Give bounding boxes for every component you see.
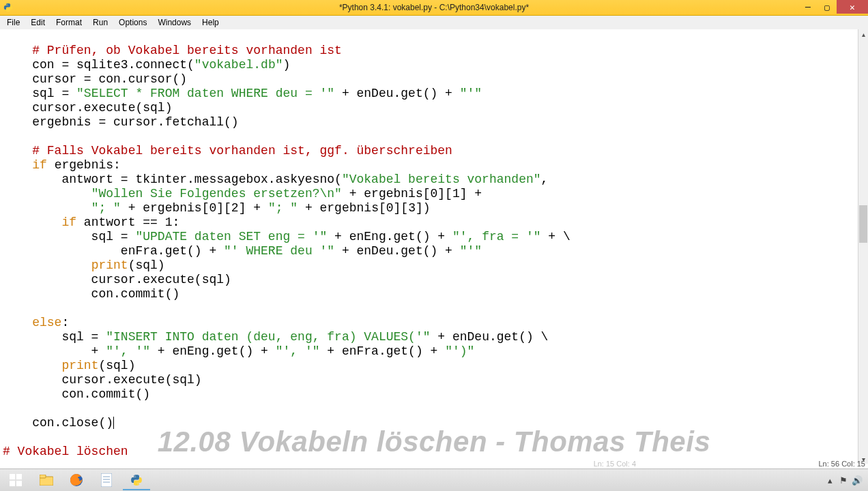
svg-rect-2 — [10, 481, 15, 486]
code-line[interactable]: cursor.execute(sql) — [3, 273, 856, 287]
menu-file[interactable]: File — [1, 16, 25, 29]
taskbar-explorer[interactable] — [31, 470, 61, 490]
start-button[interactable] — [0, 470, 31, 490]
scroll-thumb[interactable] — [859, 205, 867, 243]
code-line[interactable]: # Vokabel löschen — [3, 445, 856, 459]
code-line[interactable]: con = sqlite3.connect("vokabel.db") — [3, 58, 856, 72]
svg-rect-7 — [101, 473, 112, 487]
svg-rect-3 — [16, 481, 22, 486]
tray-flag-icon[interactable]: ⚑ — [837, 470, 850, 490]
code-line[interactable]: ergebnis = cursor.fetchall() — [3, 115, 856, 130]
svg-rect-5 — [40, 475, 46, 478]
menu-help[interactable]: Help — [197, 16, 225, 29]
svg-rect-0 — [10, 474, 15, 479]
code-line[interactable]: "; " + ergebnis[0][2] + "; " + ergebnis[… — [3, 201, 856, 215]
status-line-col-faint: Ln: 15 Col: 4 — [594, 460, 636, 468]
code-line[interactable]: cursor.execute(sql) — [3, 101, 856, 115]
code-line[interactable]: if antwort == 1: — [3, 215, 856, 230]
taskbar: ▴ ⚑ 🔊 — [0, 468, 868, 491]
code-line[interactable]: sql = "INSERT INTO daten (deu, eng, fra)… — [3, 330, 856, 344]
code-line[interactable] — [3, 430, 856, 445]
code-line[interactable] — [3, 29, 856, 44]
close-button[interactable]: ✕ — [837, 0, 868, 14]
code-line[interactable]: antwort = tkinter.messagebox.askyesno("V… — [3, 173, 856, 187]
code-editor[interactable]: # Prüfen, ob Vokabel bereits vorhanden i… — [0, 29, 858, 459]
taskbar-firefox[interactable] — [61, 470, 91, 490]
menu-run[interactable]: Run — [87, 16, 113, 29]
code-line[interactable]: sql = "SELECT * FROM daten WHERE deu = '… — [3, 87, 856, 101]
code-line[interactable]: # Falls Vokabel bereits vorhanden ist, g… — [3, 144, 856, 158]
code-line[interactable]: cursor.execute(sql) — [3, 373, 856, 387]
code-line[interactable]: "Wollen Sie Folgendes ersetzen?\n" + erg… — [3, 187, 856, 201]
system-tray: ▴ ⚑ 🔊 — [823, 469, 868, 491]
code-line[interactable]: sql = "UPDATE daten SET eng = '" + enEng… — [3, 230, 856, 244]
vertical-scrollbar[interactable]: ▴ ▾ — [858, 29, 868, 464]
minimize-button[interactable]: ─ — [798, 0, 818, 14]
code-line[interactable] — [3, 301, 856, 316]
svg-rect-1 — [16, 474, 22, 479]
code-line[interactable] — [3, 130, 856, 144]
maximize-button[interactable]: ▢ — [818, 0, 837, 14]
scroll-track[interactable] — [858, 39, 868, 454]
tray-speaker-icon[interactable]: 🔊 — [850, 470, 864, 490]
code-line[interactable]: con.commit() — [3, 287, 856, 301]
code-line[interactable]: con.close() — [3, 416, 856, 430]
menu-bar: File Edit Format Run Options Windows Hel… — [0, 16, 868, 30]
window-title: *Python 3.4.1: vokabel.py - C:\Python34\… — [0, 3, 868, 12]
code-line[interactable]: if ergebnis: — [3, 158, 856, 173]
status-line-col: Ln: 56 Col: 15 — [819, 460, 866, 468]
code-line[interactable]: cursor = con.cursor() — [3, 72, 856, 87]
code-line[interactable]: enFra.get() + "' WHERE deu '" + enDeu.ge… — [3, 244, 856, 258]
menu-windows[interactable]: Windows — [152, 16, 197, 29]
code-line[interactable]: # Prüfen, ob Vokabel bereits vorhanden i… — [3, 44, 856, 58]
menu-edit[interactable]: Edit — [25, 16, 50, 29]
code-line[interactable]: print(sql) — [3, 359, 856, 373]
code-line[interactable]: else: — [3, 316, 856, 330]
editor-area[interactable]: # Prüfen, ob Vokabel bereits vorhanden i… — [0, 29, 858, 464]
scroll-up-button[interactable]: ▴ — [858, 29, 868, 39]
code-line[interactable] — [3, 402, 856, 416]
python-icon — [3, 2, 14, 13]
menu-options[interactable]: Options — [113, 16, 152, 29]
tray-chevron-up-icon[interactable]: ▴ — [823, 470, 837, 490]
menu-format[interactable]: Format — [50, 16, 87, 29]
code-line[interactable]: print(sql) — [3, 258, 856, 273]
taskbar-python-idle[interactable] — [121, 470, 151, 490]
code-line[interactable]: con.commit() — [3, 387, 856, 402]
code-line[interactable]: + "', '" + enEng.get() + "', '" + enFra.… — [3, 344, 856, 359]
title-bar: *Python 3.4.1: vokabel.py - C:\Python34\… — [0, 0, 868, 16]
taskbar-notepad[interactable] — [91, 470, 121, 490]
